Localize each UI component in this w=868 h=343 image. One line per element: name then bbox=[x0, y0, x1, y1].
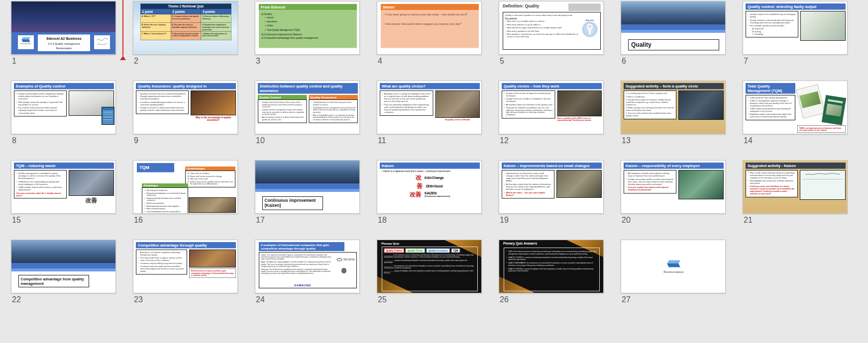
slide-thumbnail-6[interactable]: Quality bbox=[621, 1, 726, 55]
list-item: More involved workers bbox=[144, 207, 186, 210]
section-band bbox=[255, 183, 360, 189]
insertion-indicator bbox=[122, 0, 123, 56]
quiz-cell: H. Explain how competitive advantage can… bbox=[201, 23, 231, 31]
advantages-panel: Advantages Not paying for inspectorsEmpo… bbox=[142, 183, 188, 214]
book-title-line bbox=[828, 99, 843, 103]
list-item: 3. Decide which aspect of school or coll… bbox=[626, 98, 674, 105]
slide-title: Total Quality Management (TQM) bbox=[746, 83, 795, 93]
qc-header: Quality Control bbox=[258, 95, 307, 99]
list-item: Customers may be willing to pay more for… bbox=[138, 262, 185, 264]
for-example-label: For example: bbox=[505, 17, 579, 19]
slide-26: Plenary Quiz Answers TQM is the continuo… bbox=[499, 240, 604, 293]
slide-number: 2 bbox=[134, 57, 138, 66]
revisionstation-logo-icon bbox=[668, 260, 679, 267]
slide-thumbnail-8[interactable]: Examples of Quality control Quality cont… bbox=[11, 81, 116, 134]
section-title: Quality bbox=[628, 39, 719, 50]
slide-thumbnail-14[interactable]: Total Quality Management (TQM) TQM stand… bbox=[743, 81, 848, 134]
slide-18: Kaizen Kaizen is a Japanese word and it … bbox=[377, 161, 482, 214]
kaizen-kanji: 改善 bbox=[69, 196, 114, 204]
slide-thumbnail-20[interactable]: Kaizen – responsibility of every employe… bbox=[621, 160, 726, 214]
table-title: Theme 2 Retrieval Quiz bbox=[141, 4, 231, 9]
slide-number: 4 bbox=[378, 57, 382, 66]
list-item: Quality control is concerned with checki… bbox=[748, 18, 796, 23]
slide-number: 11 bbox=[378, 136, 386, 145]
kaizen-prompt: Could you move your hairdryer to a bette… bbox=[748, 185, 796, 195]
slide-thumbnail-5[interactable]: Definition: Quality Quality is how well … bbox=[499, 1, 604, 55]
body-text-box: Quality assurance focuses on preventing … bbox=[136, 90, 189, 114]
starter-body: If you were going to improve your day to… bbox=[381, 10, 479, 48]
list-item: TQM stands for Total Quality Management bbox=[748, 96, 793, 99]
list-item: All members ideas are listened to in the… bbox=[504, 103, 553, 106]
list-item: Apple: The American company Apple is a p… bbox=[261, 261, 333, 267]
slide-thumbnail-26[interactable]: Plenary Quiz Answers TQM is the continuo… bbox=[499, 240, 604, 293]
slide-number: 27 bbox=[622, 295, 631, 304]
slide-thumbnail-18[interactable]: Kaizen Kaizen is a Japanese word and it … bbox=[377, 160, 482, 214]
disadvantages-panel: Disadvantages Takes time to introduceSom… bbox=[185, 167, 235, 187]
slide-thumbnail-22[interactable]: Competitive advantage from quality manag… bbox=[11, 240, 116, 293]
slide-thumbnail-7[interactable]: Quality control: detecting faulty output… bbox=[743, 1, 848, 55]
slide-number: 14 bbox=[744, 136, 753, 145]
slide-thumbnail-13[interactable]: Suggested activity – form a quality circ… bbox=[621, 81, 726, 134]
quiz-cell: I. Explain the implications of poor stoc… bbox=[201, 31, 231, 40]
slide-17: Continuous improvement (Kaizen) bbox=[255, 161, 360, 214]
photo-students-computer bbox=[678, 90, 724, 120]
slide-thumbnail-17[interactable]: Continuous improvement (Kaizen) bbox=[255, 160, 360, 214]
photo-assembly-worker bbox=[678, 170, 724, 199]
image-group bbox=[69, 90, 114, 116]
list-item: Quality Control (QC) looks at the result… bbox=[260, 101, 305, 108]
list-item: It involves standardising procedures to … bbox=[138, 100, 187, 105]
list-item: Have a look at your morning routine (a s… bbox=[748, 172, 796, 179]
slide-thumbnail-10[interactable]: Distinction between quality control and … bbox=[255, 81, 360, 134]
list-item: A business can achieve competitive advan… bbox=[138, 252, 185, 256]
slide-number: 17 bbox=[256, 216, 265, 225]
slide-thumbnail-3[interactable]: From Edexcel a) Quality: controlassuranc… bbox=[255, 1, 360, 55]
activity-text-box: Have a look at your morning routine (a s… bbox=[746, 170, 798, 197]
starter-question: Ask around, how would others suggest you… bbox=[384, 22, 476, 25]
slide-thumbnail-16[interactable]: TQM Disadvantages Takes time to introduc… bbox=[133, 160, 238, 214]
slide-thumbnail-21[interactable]: Suggested activity - Kaizen Have a look … bbox=[743, 160, 848, 214]
slide-thumbnail-9[interactable]: Quality Assurance: quality designed in Q… bbox=[133, 81, 238, 134]
list-item: With quality control the quality is insp… bbox=[16, 100, 65, 105]
slide-thumbnail-1[interactable]: Edexcel A2 Business 2.4.4 Quality manage… bbox=[11, 1, 116, 55]
slide-8: Examples of Quality control Quality cont… bbox=[11, 81, 116, 134]
title-text-box: Edexcel A2 Business 2.4.4 Quality manage… bbox=[38, 35, 90, 52]
brand-name: Revisionstation bbox=[663, 270, 684, 274]
body-text-box: Toyota: The Japanese automaker Toyota is… bbox=[259, 252, 357, 288]
slide-thumbnail-19[interactable]: Kaizen – improvements based on small cha… bbox=[499, 160, 604, 214]
slide-thumbnail-2[interactable]: Theme 2 Retrieval Quiz 1 point 2 points … bbox=[133, 1, 238, 55]
key-icon-stem bbox=[589, 29, 591, 35]
slide-title: Plenary Quiz bbox=[381, 242, 399, 245]
slide-22: Competitive advantage from quality manag… bbox=[11, 240, 116, 293]
slide-thumbnail-27[interactable]: Revisionstation bbox=[621, 240, 726, 293]
list-item: A quality circle is a group of employees… bbox=[382, 92, 432, 102]
slide-thumbnail-24[interactable]: 3 examples of international companies th… bbox=[255, 240, 360, 293]
slide-11: What are quality circles? A quality circ… bbox=[377, 81, 482, 134]
video-prompt: Watch the video – can you now explain Ka… bbox=[504, 191, 552, 196]
list-item: Quality control might involve sampling o… bbox=[16, 92, 65, 100]
slide-21: Suggested activity - Kaizen Have a look … bbox=[743, 161, 848, 214]
body-text-box: Quality circles are part of Japanese man… bbox=[502, 90, 555, 118]
bullet-list: All employees should continually be seek… bbox=[626, 172, 674, 185]
activity-steps-box: 1. In small groups of 6 or 7 form a qual… bbox=[624, 90, 676, 119]
slide-thumbnail-15[interactable]: TQM – reducing waste Quality management … bbox=[11, 160, 116, 214]
disadvantages-header: Disadvantages bbox=[185, 167, 235, 171]
body-text-box: Quality management is intended to reduce… bbox=[14, 170, 67, 198]
chip-quality-assurance: Quality Assurance bbox=[427, 249, 450, 253]
slide-thumbnail-23[interactable]: Competitive advantage through quality A … bbox=[133, 240, 238, 293]
slide-thumbnail-12[interactable]: Quality circles – how they work Quality … bbox=[499, 81, 604, 134]
list-item: Not paying for inspectors bbox=[144, 189, 186, 192]
photo-factory-floor bbox=[69, 170, 114, 196]
toyota-logo: TOYOTA bbox=[337, 258, 355, 261]
book-cover-1 bbox=[796, 84, 825, 118]
slide-thumbnail-25[interactable]: Plenary Quiz Quality Control Quality Cir… bbox=[377, 240, 482, 293]
slide-thumbnail-11[interactable]: What are quality circles? A quality circ… bbox=[377, 81, 482, 134]
slide-thumbnail-4[interactable]: Starter If you were going to improve you… bbox=[377, 1, 482, 55]
section-band bbox=[621, 24, 726, 30]
list-item: Quality Assurance is designed to prevent… bbox=[311, 106, 356, 113]
list-item: Now highlight any activity that could be… bbox=[748, 180, 796, 185]
slide-7: Quality control: detecting faulty output… bbox=[743, 1, 848, 55]
spec-line: a) Quality: bbox=[261, 12, 354, 16]
book-cover-2 bbox=[822, 95, 846, 125]
quiz-cell: F. Describe the benefit of trade credit … bbox=[171, 31, 201, 40]
qa-header: Quality Assurance bbox=[309, 95, 358, 99]
